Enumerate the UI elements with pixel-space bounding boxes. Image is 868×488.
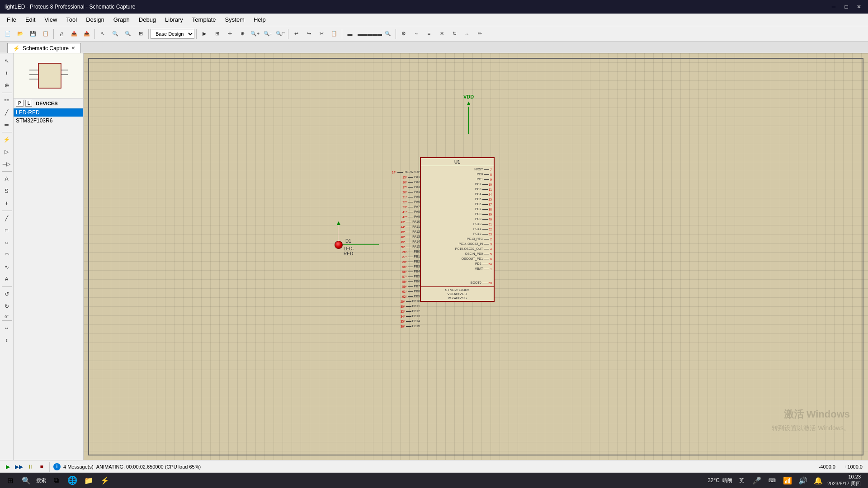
tb-block2[interactable]: ▬▬ (357, 28, 368, 40)
tool-text[interactable]: A (1, 173, 13, 185)
tool-text2[interactable]: A (1, 273, 13, 285)
tb-flip[interactable]: ↔ (461, 28, 473, 40)
menu-debug[interactable]: Debug (134, 14, 160, 25)
tool-circle[interactable]: ○ (1, 237, 13, 249)
mic-icon[interactable]: 🎤 (750, 474, 763, 487)
tb-copy[interactable]: 📋 (328, 28, 340, 40)
design-dropdown[interactable]: Base Design (151, 29, 194, 39)
close-button[interactable]: ✕ (854, 2, 863, 11)
menu-graph[interactable]: Graph (109, 14, 134, 25)
tb-cross[interactable]: ✛ (224, 28, 236, 40)
start-button[interactable]: ⊞ (4, 474, 16, 487)
pin-pa8: 41*PA8 (402, 210, 420, 215)
minimize-button[interactable]: ─ (829, 2, 838, 11)
tool-flip-h[interactable]: ↔ (1, 322, 13, 334)
network-icon[interactable]: 📶 (781, 474, 794, 487)
tb-run[interactable]: ▶ (198, 28, 210, 40)
menu-system[interactable]: System (221, 14, 249, 25)
tool-select[interactable]: ↖ (1, 55, 13, 67)
btn-p[interactable]: P (16, 100, 24, 107)
tb-open[interactable]: 📂 (14, 28, 26, 40)
tool-arc[interactable]: ◠ (1, 249, 13, 261)
tb-zoom-in2[interactable]: 🔍+ (249, 28, 261, 40)
tb-redo[interactable]: ↪ (303, 28, 315, 40)
tb-block3[interactable]: ▬▬▬ (369, 28, 381, 40)
tb-block[interactable]: ▬ (344, 28, 356, 40)
menu-view[interactable]: View (40, 14, 61, 25)
menu-template[interactable]: Template (188, 14, 221, 25)
tb-net[interactable]: ~ (410, 28, 422, 40)
tb-zoom-area[interactable]: 🔍□ (274, 28, 286, 40)
tab-close-button[interactable]: ✕ (71, 46, 75, 51)
browser-icon[interactable]: 🌐 (66, 474, 79, 487)
tool-flip-v[interactable]: ↕ (1, 334, 13, 346)
ime-icon[interactable]: 英 (735, 474, 748, 487)
menu-edit[interactable]: Edit (21, 14, 40, 25)
weather-desc: 晴朗 (722, 477, 732, 484)
tool-wire[interactable]: ╱ (1, 107, 13, 118)
tb-search[interactable]: 🔍 (382, 28, 394, 40)
device-stm32[interactable]: STM32F103R6 (14, 117, 83, 125)
rotate-cw[interactable]: ↻ (1, 300, 13, 312)
tab-schematic[interactable]: ⚡ Schematic Capture ✕ (7, 43, 81, 53)
play-button[interactable]: ▶ (3, 462, 13, 472)
stop-button[interactable]: ■ (37, 462, 47, 472)
tool-line[interactable]: ╱ (1, 212, 13, 224)
menu-tool[interactable]: Tool (61, 14, 81, 25)
filemanager-icon[interactable]: 📁 (82, 474, 95, 487)
speaker-icon[interactable]: 🔊 (797, 474, 809, 487)
tb-edit[interactable]: ✏ (474, 28, 486, 40)
tb-move[interactable]: ⊕ (236, 28, 248, 40)
tab-label: Schematic Capture (23, 45, 69, 52)
keyboard-icon[interactable]: ⌨ (766, 474, 778, 487)
tb-cut[interactable]: ✂ (316, 28, 327, 40)
menu-library[interactable]: Library (160, 14, 188, 25)
tool-script[interactable]: S (1, 185, 13, 197)
rpin-vbat: VBAT1 (475, 267, 491, 272)
canvas-area[interactable]: VDD ▲ ▲ D1 LED-RED (84, 53, 868, 460)
tb-bus[interactable]: = (423, 28, 435, 40)
tb-zoom-out2[interactable]: 🔍- (262, 28, 274, 40)
tb-zoom-out[interactable]: 🔍 (122, 28, 134, 40)
tb-new[interactable]: 📄 (2, 28, 14, 40)
taskview-button[interactable]: ⧉ (50, 474, 62, 487)
tb-delete[interactable]: ✕ (436, 28, 448, 40)
tb-export[interactable]: 📤 (68, 28, 80, 40)
pin-pa7: 23*PA7 (402, 205, 420, 210)
tool-junction[interactable]: ⊕ (1, 80, 13, 91)
pause-button[interactable]: ⏸ (25, 462, 35, 472)
menu-file[interactable]: File (2, 14, 21, 25)
device-led-red[interactable]: LED-RED (14, 108, 83, 117)
tb-save[interactable]: 💾 (27, 28, 39, 40)
tool-path[interactable]: ∿ (1, 261, 13, 273)
tool-probe[interactable]: + (1, 197, 13, 209)
tool-rect[interactable]: □ (1, 225, 13, 236)
tool-device[interactable]: ≡≡ (1, 94, 13, 106)
menu-design[interactable]: Design (81, 14, 108, 25)
tool-bus[interactable]: ═ (1, 119, 13, 131)
tool-terminal[interactable]: ▷ (1, 146, 13, 158)
tool-power[interactable]: ⚡ (1, 134, 13, 145)
tb-save-as[interactable]: 📋 (40, 28, 52, 40)
tb-grid[interactable]: ⊞ (211, 28, 223, 40)
tb-undo[interactable]: ↩ (290, 28, 302, 40)
tool-pin[interactable]: ─▷ (1, 158, 13, 170)
tb-rotate[interactable]: ↻ (448, 28, 460, 40)
tb-fit[interactable]: ⊞ (135, 28, 146, 40)
tb-import[interactable]: 📥 (81, 28, 93, 40)
tool-component[interactable]: + (1, 67, 13, 79)
menu-help[interactable]: Help (249, 14, 270, 25)
statusbar: ▶ ▶▶ ⏸ ■ i 4 Message(s) ANIMATING: 00:00… (0, 460, 868, 473)
notification-icon[interactable]: 🔔 (812, 474, 825, 487)
tb-prop[interactable]: ⚙ (398, 28, 410, 40)
rotate-ccw[interactable]: ↺ (1, 288, 13, 300)
btn-l[interactable]: L (25, 100, 33, 107)
tb-select[interactable]: ↖ (97, 28, 108, 40)
tb-zoom-in[interactable]: 🔍 (109, 28, 121, 40)
search-button[interactable]: 🔍 (20, 474, 33, 487)
tb-print[interactable]: 🖨 (56, 28, 67, 40)
maximize-button[interactable]: □ (842, 2, 851, 11)
step-button[interactable]: ▶▶ (14, 462, 24, 472)
search-label[interactable]: 搜索 (36, 477, 46, 484)
proteus-icon[interactable]: ⚡ (99, 474, 111, 487)
